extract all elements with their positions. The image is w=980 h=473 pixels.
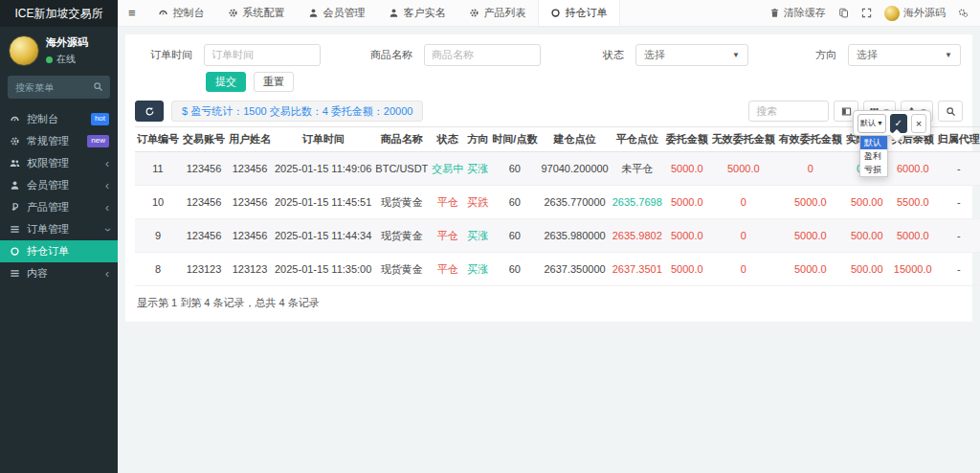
user-icon — [9, 180, 20, 191]
status-badge: 平仓 — [430, 253, 465, 286]
table-row: 11 123456 123456 2025-01-15 11:49:06 BTC… — [135, 152, 980, 186]
user-icon — [389, 8, 399, 18]
gears-icon — [469, 8, 479, 18]
tag-dropdown: 默认盈利亏损 — [859, 135, 888, 177]
product-name-input[interactable] — [424, 44, 541, 66]
dropdown-option[interactable]: 默认 — [860, 136, 887, 149]
dashboard-icon — [9, 114, 20, 124]
refresh-button[interactable] — [135, 101, 164, 122]
table-row: 8 123123 123123 2025-01-15 11:35:00 现货黄金… — [135, 253, 980, 286]
close-icon: × — [916, 118, 922, 129]
status-badge: 交易中 — [430, 152, 465, 186]
users-icon — [9, 158, 20, 169]
hamburger-icon[interactable]: ≡ — [118, 0, 146, 26]
table-search-input[interactable] — [748, 101, 829, 122]
orders-table-body: 11 123456 123456 2025-01-15 11:49:06 BTC… — [135, 152, 980, 286]
tab-members[interactable]: 会员管理 — [297, 0, 377, 26]
sidebar-item-content[interactable]: 内容 ‹ — [0, 262, 118, 284]
clear-cache-button[interactable]: 清除缓存 — [769, 6, 826, 20]
sidebar-item-dashboard[interactable]: 控制台 hot — [0, 108, 118, 130]
settings-gears-icon[interactable] — [958, 8, 969, 18]
column-header: 用户姓名 — [227, 127, 273, 152]
tag-select[interactable]: 默认 ▼ — [858, 114, 886, 133]
submit-button[interactable]: 提交 — [206, 72, 246, 92]
tab-dashboard[interactable]: 控制台 — [146, 0, 216, 26]
gear-icon — [228, 8, 238, 18]
orders-table: 订单编号交易账号用户姓名订单时间商品名称状态方向时间/点数建仓点位平仓点位委托金… — [135, 126, 980, 286]
chevron-left-icon: ‹ — [105, 202, 109, 214]
fullscreen-icon[interactable] — [861, 8, 872, 18]
orders-card: 订单时间 商品名称 状态 选择 ▼ 方向 选择 ▼ — [125, 34, 972, 322]
reset-button[interactable]: 重置 — [254, 72, 294, 92]
user-icon — [308, 8, 319, 18]
status-select[interactable]: 选择 ▼ — [635, 44, 748, 66]
column-header: 平仓点位 — [611, 127, 664, 152]
app-logo: ICE新加坡交易所 — [0, 0, 118, 27]
confirm-button[interactable]: ✓ — [890, 114, 907, 133]
sidebar-item-products[interactable]: 产品管理 ‹ — [0, 196, 118, 218]
column-header: 无效委托金额 — [710, 127, 777, 152]
dropdown-option[interactable]: 盈利 — [860, 149, 887, 163]
status-badge: 平仓 — [430, 186, 465, 219]
sidebar-menu: 控制台 hot 常规管理 new 权限管理 ‹ 会员管理 ‹ 产品管理 ‹ 订单… — [0, 108, 118, 284]
direction-label: 方向 — [794, 48, 836, 62]
copy-icon[interactable] — [838, 8, 849, 18]
tab-customer-kyc[interactable]: 客户实名 — [377, 0, 457, 26]
navbar-user[interactable]: 海外源码 — [884, 6, 946, 21]
filter-buttons: 提交 重置 — [206, 72, 963, 92]
chevron-left-icon: ‹ — [105, 158, 109, 169]
column-header: 方向 — [465, 127, 490, 152]
pnl-stats: $ 盈亏统计：1500 交易比数：4 委托金额：20000 — [171, 101, 423, 122]
sidebar-item-open-orders[interactable]: 持仓订单 — [0, 240, 118, 262]
search-button[interactable] — [938, 101, 963, 122]
navbar-right: 清除缓存 海外源码 — [769, 0, 980, 26]
user-name: 海外源码 — [46, 35, 88, 50]
column-header: 商品名称 — [373, 127, 430, 152]
list-icon — [9, 224, 20, 235]
status-badge: 平仓 — [430, 219, 465, 253]
check-icon: ✓ — [895, 118, 902, 128]
circle-icon — [9, 246, 20, 257]
column-header: 状态 — [430, 127, 465, 152]
sidebar-item-general[interactable]: 常规管理 new — [0, 130, 118, 152]
tab-product-list[interactable]: 产品列表 — [457, 0, 538, 26]
gears-icon — [9, 136, 20, 146]
order-time-label: 订单时间 — [135, 48, 192, 62]
chevron-left-icon: ‹ — [105, 268, 109, 280]
sidebar-item-orders[interactable]: 订单管理 ‹ — [0, 218, 118, 240]
new-badge: new — [87, 135, 109, 147]
caret-down-icon: ▼ — [945, 51, 952, 59]
direction-select[interactable]: 选择 ▼ — [848, 44, 961, 66]
order-time-input[interactable] — [204, 44, 321, 66]
caret-down-icon: ▼ — [732, 51, 740, 59]
sidebar-search — [8, 76, 110, 99]
table-toolbar: $ 盈亏统计：1500 交易比数：4 委托金额：20000 ▼ ▼ — [135, 101, 963, 122]
status-label: 状态 — [582, 48, 624, 62]
online-status: 在线 — [46, 53, 88, 66]
top-navbar: ≡ 控制台 系统配置 会员管理 客户实名 产品列表 持仓订单 清除缓存 海外源码 — [118, 0, 980, 27]
list-icon — [9, 268, 20, 279]
hot-badge: hot — [91, 113, 109, 125]
tab-open-orders[interactable]: 持仓订单 — [538, 0, 620, 26]
cancel-button[interactable]: × — [911, 114, 926, 133]
column-header: 时间/点数 — [490, 127, 539, 152]
tab-system-config[interactable]: 系统配置 — [216, 0, 297, 26]
product-icon — [9, 202, 20, 213]
column-header: 交易账号 — [181, 127, 227, 152]
column-header: 订单时间 — [273, 127, 373, 152]
user-panel: 海外源码 在线 — [0, 27, 118, 71]
column-header: 有效委托金额 — [777, 127, 844, 152]
main-content: 订单时间 商品名称 状态 选择 ▼ 方向 选择 ▼ — [118, 27, 980, 473]
search-icon — [93, 81, 103, 92]
chevron-down-icon: ‹ — [101, 228, 113, 232]
table-row: 9 123456 123456 2025-01-15 11:44:34 现货黄金… — [135, 219, 980, 253]
dropdown-option[interactable]: 亏损 — [860, 163, 887, 176]
sidebar-item-members[interactable]: 会员管理 ‹ — [0, 174, 118, 196]
column-header: 委托金额 — [664, 127, 710, 152]
table-row: 10 123456 123456 2025-01-15 11:45:51 现货黄… — [135, 186, 980, 219]
column-header: 归属代理 — [936, 127, 980, 152]
chevron-left-icon: ‹ — [105, 180, 109, 191]
records-summary: 显示第 1 到第 4 条记录，总共 4 条记录 — [135, 286, 963, 312]
sidebar-item-permissions[interactable]: 权限管理 ‹ — [0, 152, 118, 174]
filter-form: 订单时间 商品名称 状态 选择 ▼ 方向 选择 ▼ — [135, 42, 963, 67]
